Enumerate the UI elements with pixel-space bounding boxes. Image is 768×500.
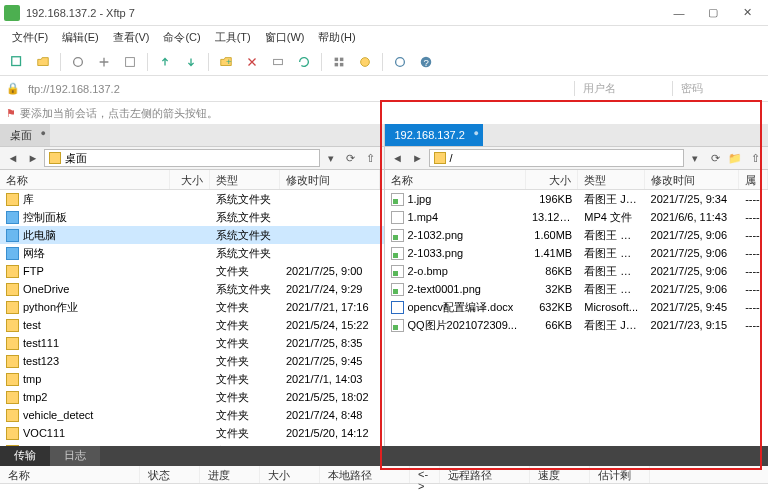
file-row[interactable]: 库系统文件夹 xyxy=(0,190,384,208)
file-mtime: 2021/7/24, 8:48 xyxy=(280,408,380,422)
menu-tool[interactable]: 工具(T) xyxy=(209,28,257,47)
refresh-icon[interactable]: ⟳ xyxy=(706,149,724,167)
file-row[interactable]: opencv配置编译.docx632KBMicrosoft...2021/7/2… xyxy=(385,298,769,316)
remote-file-list[interactable]: 1.jpg196KB看图王 JP...2021/7/25, 9:34----1.… xyxy=(385,190,769,446)
up-icon[interactable]: ⇧ xyxy=(746,149,764,167)
file-row[interactable]: 2-1032.png1.60MB看图王 PN...2021/7/25, 9:06… xyxy=(385,226,769,244)
file-name: 控制面板 xyxy=(23,210,67,225)
file-icon xyxy=(6,427,19,440)
file-icon xyxy=(6,391,19,404)
file-row[interactable]: 网络系统文件夹 xyxy=(0,244,384,262)
local-path-input[interactable]: 桌面 xyxy=(44,149,320,167)
menu-help[interactable]: 帮助(H) xyxy=(312,28,361,47)
col-name[interactable]: 名称 xyxy=(385,170,526,189)
file-row[interactable]: 控制面板系统文件夹 xyxy=(0,208,384,226)
file-row[interactable]: 1.jpg196KB看图王 JP...2021/7/25, 9:34---- xyxy=(385,190,769,208)
options-button[interactable] xyxy=(389,51,411,73)
close-tab-icon[interactable]: ● xyxy=(473,128,478,138)
col-type[interactable]: 类型 xyxy=(210,170,280,189)
menu-win[interactable]: 窗口(W) xyxy=(259,28,311,47)
file-row[interactable]: 2-o.bmp86KB看图王 BM...2021/7/25, 9:06---- xyxy=(385,262,769,280)
flag-icon: ⚑ xyxy=(6,107,16,120)
username-field[interactable]: 用户名 xyxy=(574,81,664,96)
menu-edit[interactable]: 编辑(E) xyxy=(56,28,105,47)
col-size[interactable]: 大小 xyxy=(526,170,578,189)
help-button[interactable]: ? xyxy=(415,51,437,73)
menu-view[interactable]: 查看(V) xyxy=(107,28,156,47)
file-row[interactable]: tmp2文件夹2021/5/25, 18:02 xyxy=(0,388,384,406)
disconnect-button[interactable] xyxy=(93,51,115,73)
reconnect-button[interactable] xyxy=(67,51,89,73)
file-row[interactable]: vehicle_detect文件夹2021/7/24, 8:48 xyxy=(0,406,384,424)
file-type: 看图王 JP... xyxy=(578,317,644,334)
file-size xyxy=(170,414,210,416)
address-url[interactable]: ftp://192.168.137.2 xyxy=(28,83,566,95)
file-mtime: 2021/5/24, 15:22 xyxy=(280,318,380,332)
dropdown-icon[interactable]: ▾ xyxy=(686,149,704,167)
file-row[interactable]: VOC111文件夹2021/5/20, 14:12 xyxy=(0,424,384,442)
file-row[interactable]: test123文件夹2021/7/25, 9:45 xyxy=(0,352,384,370)
rename-button[interactable] xyxy=(267,51,289,73)
local-panel: 桌面● ◄ ► 桌面 ▾ ⟳ ⇧ 名称 大小 类型 修改时间 库系统文件夹控制面… xyxy=(0,124,385,446)
col-mtime[interactable]: 修改时间 xyxy=(645,170,740,189)
file-name: 2-text0001.png xyxy=(408,283,481,295)
dropdown-icon[interactable]: ▾ xyxy=(322,149,340,167)
fwd-button[interactable]: ► xyxy=(409,149,427,167)
remote-path-input[interactable]: / xyxy=(429,149,685,167)
log-tab[interactable]: 日志 xyxy=(50,446,100,466)
file-row[interactable]: 1.mp413.12MBMP4 文件2021/6/6, 11:43---- xyxy=(385,208,769,226)
new-session-button[interactable] xyxy=(6,51,28,73)
file-mtime: 2021/5/20, 14:12 xyxy=(280,426,380,440)
file-row[interactable]: 2-1033.png1.41MB看图王 PN...2021/7/25, 9:06… xyxy=(385,244,769,262)
col-mtime[interactable]: 修改时间 xyxy=(280,170,380,189)
upload-button[interactable] xyxy=(154,51,176,73)
menu-cmd[interactable]: 命令(C) xyxy=(157,28,206,47)
close-tab-icon[interactable]: ● xyxy=(41,128,46,138)
password-field[interactable]: 密码 xyxy=(672,81,762,96)
col-size[interactable]: 大小 xyxy=(170,170,210,189)
file-mtime xyxy=(280,198,380,200)
file-row[interactable]: 2-text0001.png32KB看图王 PN...2021/7/25, 9:… xyxy=(385,280,769,298)
hint-text: 要添加当前会话，点击左侧的箭头按钮。 xyxy=(20,106,218,121)
fwd-button[interactable]: ► xyxy=(24,149,42,167)
sync-button[interactable] xyxy=(354,51,376,73)
open-button[interactable] xyxy=(32,51,54,73)
props-button[interactable] xyxy=(119,51,141,73)
up-icon[interactable]: ⇧ xyxy=(362,149,380,167)
col-name[interactable]: 名称 xyxy=(0,170,170,189)
file-row[interactable]: python作业文件夹2021/7/21, 17:16 xyxy=(0,298,384,316)
file-icon xyxy=(391,319,404,332)
file-row[interactable]: FTP文件夹2021/7/25, 9:00 xyxy=(0,262,384,280)
transfer-tab[interactable]: 传输 xyxy=(0,446,50,466)
file-row[interactable]: tmp文件夹2021/7/1, 14:03 xyxy=(0,370,384,388)
view-button[interactable] xyxy=(328,51,350,73)
file-size xyxy=(170,360,210,362)
file-row[interactable]: QQ图片2021072309...66KB看图王 JP...2021/7/23,… xyxy=(385,316,769,334)
file-row[interactable]: test文件夹2021/5/24, 15:22 xyxy=(0,316,384,334)
remote-tab[interactable]: 192.168.137.2● xyxy=(385,124,483,146)
download-button[interactable] xyxy=(180,51,202,73)
refresh-button[interactable] xyxy=(293,51,315,73)
file-row[interactable]: 此电脑系统文件夹 xyxy=(0,226,384,244)
file-icon xyxy=(6,193,19,206)
newfolder-icon[interactable]: 📁 xyxy=(726,149,744,167)
close-button[interactable]: ✕ xyxy=(730,1,764,25)
col-attr[interactable]: 属性 xyxy=(739,170,768,189)
newfolder-button[interactable]: + xyxy=(215,51,237,73)
file-row[interactable]: test111文件夹2021/7/25, 8:35 xyxy=(0,334,384,352)
delete-button[interactable] xyxy=(241,51,263,73)
minimize-button[interactable]: — xyxy=(662,1,696,25)
menu-file[interactable]: 文件(F) xyxy=(6,28,54,47)
local-tab[interactable]: 桌面● xyxy=(0,124,50,146)
refresh-icon[interactable]: ⟳ xyxy=(342,149,360,167)
transfer-list[interactable] xyxy=(0,484,768,500)
back-button[interactable]: ◄ xyxy=(389,149,407,167)
file-row[interactable]: OneDrive系统文件夹2021/7/24, 9:29 xyxy=(0,280,384,298)
col-type[interactable]: 类型 xyxy=(578,170,644,189)
file-name: 2-1033.png xyxy=(408,247,464,259)
back-button[interactable]: ◄ xyxy=(4,149,22,167)
local-file-list[interactable]: 库系统文件夹控制面板系统文件夹此电脑系统文件夹网络系统文件夹FTP文件夹2021… xyxy=(0,190,384,446)
svg-rect-2 xyxy=(126,57,135,66)
file-name: test111 xyxy=(23,337,59,349)
maximize-button[interactable]: ▢ xyxy=(696,1,730,25)
